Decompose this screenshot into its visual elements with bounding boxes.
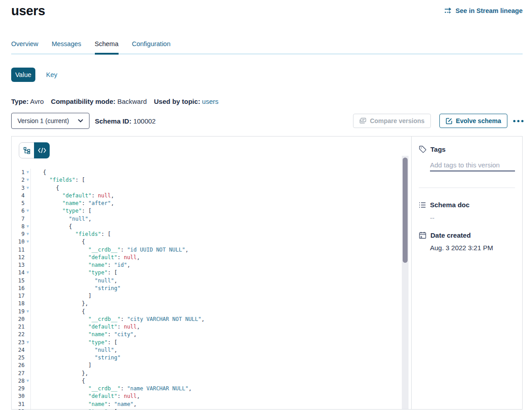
schema-doc-value: -- xyxy=(430,214,515,222)
tab-configuration[interactable]: Configuration xyxy=(132,40,170,53)
schema-meta: Type: Avro Compatibility mode: Backward … xyxy=(11,98,523,105)
code-line[interactable]: 7 "null", xyxy=(12,215,411,223)
code-line[interactable]: 2▼ "fields": [ xyxy=(12,176,411,184)
code-line[interactable]: 17 ] xyxy=(12,292,411,300)
date-created-value: Aug. 3 2022 3:21 PM xyxy=(430,244,515,252)
tags-title: Tags xyxy=(430,145,446,153)
code-line[interactable]: 11 "__crdb__": "id UUID NOT NULL", xyxy=(12,246,411,254)
used-by-topic-label: Used by topic: xyxy=(154,98,200,105)
value-toggle-button[interactable]: Value xyxy=(11,68,35,82)
code-line[interactable]: 14▼ "type": [ xyxy=(12,269,411,277)
schema-code-editor: 1▼{2▼ "fields": [3▼ {4 "default": null,5… xyxy=(11,136,411,410)
type-label: Type: xyxy=(11,98,29,105)
tags-input[interactable]: Add tags to this version xyxy=(430,161,515,169)
code-line[interactable]: 16 "string" xyxy=(12,285,411,292)
date-created-title: Date created xyxy=(430,231,471,239)
edit-icon xyxy=(446,118,452,124)
schema-page: users See in Stream lineage Overview Mes… xyxy=(0,0,532,410)
tree-view-button[interactable] xyxy=(19,143,34,158)
key-toggle-button[interactable]: Key xyxy=(46,71,57,78)
editor-scrollbar[interactable] xyxy=(402,156,409,409)
code-line[interactable]: 32▼ "type": [ xyxy=(12,408,411,410)
schema-doc-title: Schema doc xyxy=(430,201,469,209)
code-line[interactable]: 24 "null", xyxy=(12,346,411,354)
schema-id-value: 100002 xyxy=(133,117,156,125)
code-line[interactable]: 25 "string" xyxy=(12,354,411,362)
code-line[interactable]: 30 "default": null, xyxy=(12,393,411,400)
schema-id-label: Schema ID: xyxy=(95,117,132,125)
more-actions-button[interactable] xyxy=(513,120,523,122)
code-line[interactable]: 10▼ { xyxy=(12,238,411,246)
code-line[interactable]: 5 "name": "after", xyxy=(12,200,411,207)
editor-view-toggle xyxy=(19,142,50,158)
tag-icon xyxy=(419,145,426,153)
compatibility-value: Backward xyxy=(117,98,147,105)
code-line[interactable]: 15 "null", xyxy=(12,277,411,285)
see-in-stream-lineage-link[interactable]: See in Stream lineage xyxy=(444,7,523,14)
code-line[interactable]: 12 "default": null, xyxy=(12,254,411,261)
stream-lineage-icon xyxy=(444,8,452,14)
code-line[interactable]: 31 "name": "name", xyxy=(12,401,411,408)
compatibility-label: Compatibility mode: xyxy=(51,98,115,105)
tab-messages[interactable]: Messages xyxy=(51,40,81,53)
version-select[interactable]: Version 1 (current) xyxy=(11,113,89,129)
used-by-topic-link[interactable]: users xyxy=(202,98,219,105)
calendar-icon xyxy=(419,231,426,239)
code-line[interactable]: 26 ] xyxy=(12,362,411,369)
compare-versions-button[interactable]: Compare versions xyxy=(353,114,431,128)
page-title: users xyxy=(11,4,45,18)
code-line[interactable]: 3▼ { xyxy=(12,184,411,192)
code-line[interactable]: 8▼ { xyxy=(12,223,411,231)
versions-icon xyxy=(359,118,366,124)
code-line[interactable]: 19▼ { xyxy=(12,308,411,316)
evolve-schema-button[interactable]: Evolve schema xyxy=(439,114,507,128)
tab-overview[interactable]: Overview xyxy=(11,40,38,53)
code-lines[interactable]: 1▼{2▼ "fields": [3▼ {4 "default": null,5… xyxy=(12,165,411,410)
code-view-button[interactable] xyxy=(34,142,50,158)
tab-bar: Overview Messages Schema Configuration xyxy=(11,40,523,53)
code-line[interactable]: 29 "__crdb__": "name VARCHAR NULL", xyxy=(12,385,411,393)
code-line[interactable]: 21 "default": null, xyxy=(12,323,411,331)
code-line[interactable]: 6▼ "type": [ xyxy=(12,207,411,215)
code-line[interactable]: 22 "name": "city", xyxy=(12,331,411,338)
tab-schema[interactable]: Schema xyxy=(95,40,119,53)
scrollbar-thumb[interactable] xyxy=(403,158,408,263)
code-line[interactable]: 1▼{ xyxy=(12,169,411,176)
code-line[interactable]: 28▼ { xyxy=(12,377,411,385)
code-line[interactable]: 18 }, xyxy=(12,300,411,308)
schema-sidebar: Tags Add tags to this version Schema doc… xyxy=(412,136,523,410)
chevron-down-icon xyxy=(78,119,83,123)
code-line[interactable]: 4 "default": null, xyxy=(12,192,411,200)
list-icon xyxy=(419,202,426,208)
code-line[interactable]: 20 "__crdb__": "city VARCHAR NOT NULL", xyxy=(12,316,411,323)
code-line[interactable]: 13 "name": "id", xyxy=(12,261,411,269)
code-line[interactable]: 23▼ "type": [ xyxy=(12,339,411,346)
type-value: Avro xyxy=(30,98,44,105)
code-line[interactable]: 27 }, xyxy=(12,370,411,377)
code-line[interactable]: 9▼ "fields": [ xyxy=(12,231,411,238)
